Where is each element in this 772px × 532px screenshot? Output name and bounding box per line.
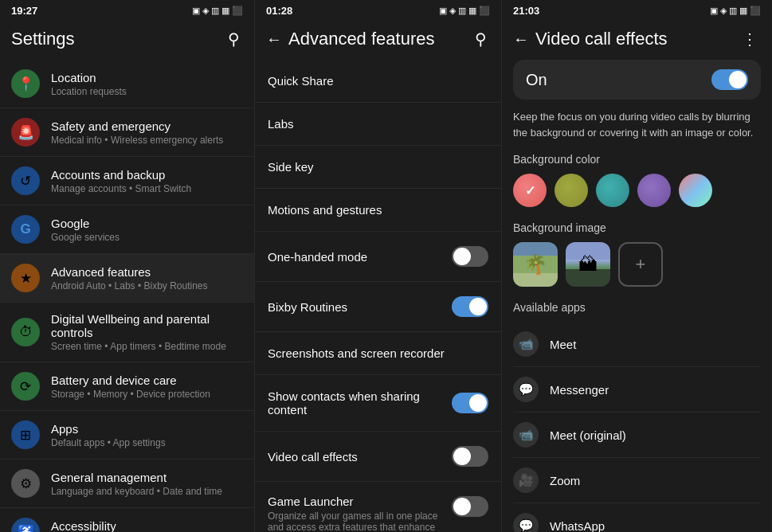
search-icon[interactable]: ⚲ <box>225 26 243 52</box>
vce-header: ← Video call effects ⋮ <box>502 20 772 60</box>
status-bar-2: 01:28 ▣ ◈ ▥ ▦ ⬛ <box>255 0 501 20</box>
bg-image-1[interactable]: 🌴 <box>513 242 558 287</box>
color-pink[interactable] <box>513 174 547 207</box>
adv-item-gamelauncher[interactable]: Game Launcher Organize all your games al… <box>255 482 501 532</box>
bixby-knob <box>469 298 487 315</box>
advanced-title: Advanced features <box>288 29 472 49</box>
add-image-button[interactable]: + <box>618 242 663 287</box>
back-button-2[interactable]: ← <box>266 30 282 49</box>
signal-icons-1: ▣ ◈ ▥ ▦ ⬛ <box>192 6 243 16</box>
vce-content: On Keep the focus on you during video ca… <box>502 60 772 532</box>
adv-item-bixby[interactable]: Bixby Routines <box>255 282 501 332</box>
adv-item-labs[interactable]: Labs <box>255 103 501 146</box>
contacts-toggle[interactable] <box>452 393 488 413</box>
bg-image-1-inner: 🌴 <box>513 242 558 287</box>
gamelauncher-sub: Organize all your games all in one place… <box>268 510 442 532</box>
app-item-zoom[interactable]: 🎥 Zoom <box>513 458 761 503</box>
color-purple[interactable] <box>637 174 671 207</box>
adv-item-quickshare[interactable]: Quick Share <box>255 60 501 103</box>
setting-item-accessibility[interactable]: ♿ Accessibility TalkBack • Mono audio • … <box>0 508 254 532</box>
on-toggle-row: On <box>513 60 761 100</box>
setting-item-google[interactable]: G Google Google services <box>0 205 254 254</box>
safety-icon: 🚨 <box>11 118 40 147</box>
videocall-knob <box>453 448 471 465</box>
apps-icon: ⊞ <box>11 421 40 449</box>
bixby-toggle[interactable] <box>452 296 488 317</box>
settings-title: Settings <box>11 29 225 49</box>
setting-item-safety[interactable]: 🚨 Safety and emergency Medical info • Wi… <box>0 108 254 157</box>
general-name: General management <box>51 471 222 484</box>
vce-title: Video call effects <box>535 29 739 49</box>
settings-header: Settings ⚲ <box>0 20 254 60</box>
zoom-icon: 🎥 <box>513 467 539 493</box>
location-sub: Location requests <box>51 86 127 97</box>
status-bar-1: 19:27 ▣ ◈ ▥ ▦ ⬛ <box>0 0 254 20</box>
battery-name: Battery and device care <box>51 374 210 387</box>
battery-sub: Storage • Memory • Device protection <box>51 389 210 400</box>
status-icons-2: ▣ ◈ ▥ ▦ ⬛ <box>439 6 490 16</box>
google-text: Google Google services <box>51 217 120 243</box>
accessibility-icon: ♿ <box>11 518 40 532</box>
bg-image-label: Background image <box>513 221 761 234</box>
color-gradient[interactable] <box>679 174 712 207</box>
meet-name: Meet <box>550 338 576 351</box>
google-sub: Google services <box>51 232 120 243</box>
more-options-icon[interactable]: ⋮ <box>739 26 761 52</box>
back-button-3[interactable]: ← <box>513 30 529 49</box>
advanced-icon: ★ <box>11 264 40 292</box>
accounts-sub: Manage accounts • Smart Switch <box>51 183 191 194</box>
accessibility-name: Accessibility <box>51 519 221 533</box>
adv-item-contacts[interactable]: Show contacts when sharing content <box>255 375 501 432</box>
vce-main-toggle[interactable] <box>711 69 748 90</box>
setting-item-general[interactable]: ⚙ General management Language and keyboa… <box>0 460 254 508</box>
messenger-icon: 💬 <box>513 377 539 402</box>
color-row <box>513 174 761 207</box>
advanced-header: ← Advanced features ⚲ <box>255 20 501 60</box>
advanced-sub: Android Auto • Labs • Bixby Routines <box>51 280 208 291</box>
video-call-effects-panel: 21:03 ▣ ◈ ▥ ▦ ⬛ ← Video call effects ⋮ O… <box>502 0 772 532</box>
meetoriginal-name: Meet (original) <box>550 428 626 442</box>
vce-description: Keep the focus on you during video calls… <box>513 109 761 140</box>
color-olive[interactable] <box>555 174 588 207</box>
zoom-name: Zoom <box>550 474 580 487</box>
setting-item-battery[interactable]: ⟳ Battery and device care Storage • Memo… <box>0 362 254 411</box>
adv-item-videocall[interactable]: Video call effects <box>255 432 501 482</box>
messenger-name: Messenger <box>550 383 609 397</box>
screenshots-label: Screenshots and screen recorder <box>268 346 445 360</box>
adv-item-screenshots[interactable]: Screenshots and screen recorder <box>255 332 501 375</box>
advanced-features-panel: 01:28 ▣ ◈ ▥ ▦ ⬛ ← Advanced features ⚲ Qu… <box>255 0 502 532</box>
app-item-whatsapp[interactable]: 💬 WhatsApp <box>513 503 761 532</box>
google-name: Google <box>51 217 120 230</box>
app-item-meetoriginal[interactable]: 📹 Meet (original) <box>513 413 761 458</box>
app-item-meet[interactable]: 📹 Meet <box>513 322 761 367</box>
adv-item-motions[interactable]: Motions and gestures <box>255 189 501 232</box>
adv-item-sidekey[interactable]: Side key <box>255 146 501 189</box>
setting-item-location[interactable]: 📍 Location Location requests <box>0 60 254 108</box>
color-teal[interactable] <box>596 174 629 207</box>
status-icons-3: ▣ ◈ ▥ ▦ ⬛ <box>710 6 761 16</box>
whatsapp-icon: 💬 <box>513 513 539 532</box>
app-item-messenger[interactable]: 💬 Messenger <box>513 367 761 413</box>
apps-sub: Default apps • App settings <box>51 437 166 448</box>
contacts-label: Show contacts when sharing content <box>268 389 452 417</box>
battery-icon: ⟳ <box>11 372 40 401</box>
advanced-name: Advanced features <box>51 265 208 279</box>
gamelauncher-knob <box>453 498 471 515</box>
time-3: 21:03 <box>513 5 539 17</box>
contacts-knob <box>469 394 487 412</box>
videocall-label: Video call effects <box>268 450 358 464</box>
setting-item-apps[interactable]: ⊞ Apps Default apps • App settings <box>0 411 254 460</box>
location-icon: 📍 <box>11 69 40 98</box>
search-icon-2[interactable]: ⚲ <box>472 26 490 52</box>
onehanded-toggle[interactable] <box>452 246 488 267</box>
setting-item-advanced[interactable]: ★ Advanced features Android Auto • Labs … <box>0 254 254 303</box>
apps-text: Apps Default apps • App settings <box>51 422 166 448</box>
setting-item-accounts[interactable]: ↺ Accounts and backup Manage accounts • … <box>0 157 254 205</box>
gamelauncher-toggle[interactable] <box>452 496 488 517</box>
adv-item-onehanded[interactable]: One-handed mode <box>255 232 501 282</box>
safety-name: Safety and emergency <box>51 119 223 133</box>
videocall-toggle[interactable] <box>452 446 488 467</box>
vce-main-knob <box>729 71 747 88</box>
bg-image-2[interactable]: 🏔 <box>566 242 610 287</box>
setting-item-wellbeing[interactable]: ⏱ Digital Wellbeing and parental control… <box>0 303 254 362</box>
